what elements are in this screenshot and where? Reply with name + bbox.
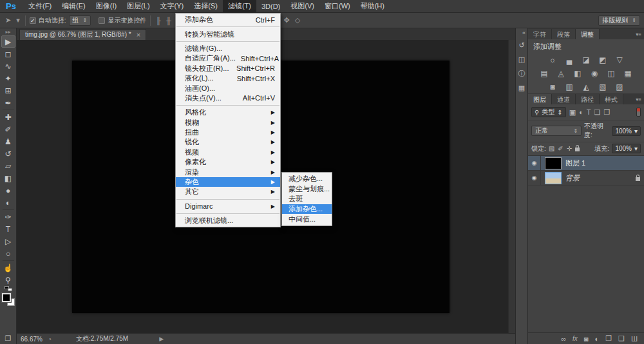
panel-menu-icon[interactable]: ▾≡	[636, 32, 644, 39]
vibrance-icon[interactable]: ▽	[614, 55, 625, 64]
3d-scale-icon[interactable]: ◇	[294, 16, 301, 24]
filter-toggle-icon[interactable]	[636, 108, 641, 117]
invert-icon[interactable]: ◙	[547, 82, 558, 91]
vertical-scrollbar[interactable]	[508, 40, 515, 333]
link-layers-icon[interactable]: ∞	[561, 335, 566, 343]
zoom-tool[interactable]: ⚲	[1, 274, 15, 286]
posterize-icon[interactable]: ▥	[564, 82, 575, 91]
layer-thumbnail[interactable]	[545, 172, 562, 184]
character-panel-icon[interactable]: ▦	[516, 82, 527, 93]
eraser-tool[interactable]: ▱	[1, 160, 15, 172]
brightness-contrast-icon[interactable]: ☼	[547, 55, 558, 64]
info-panel-icon[interactable]: ⓘ	[516, 68, 527, 79]
submenu-item-add-noise[interactable]: 添加杂色...	[282, 204, 332, 215]
default-swatches-icon[interactable]	[5, 286, 12, 291]
tab-paths[interactable]: 路径	[576, 94, 600, 104]
layer-name[interactable]: 背景	[565, 173, 580, 183]
submenu-item-median[interactable]: 中间值...	[282, 214, 332, 224]
menu-help[interactable]: 帮助(H)	[355, 0, 390, 12]
properties-panel-icon[interactable]: ◫	[516, 54, 527, 64]
history-brush-tool[interactable]: ↺	[1, 148, 15, 160]
menu-item-video[interactable]: 视频 ▶	[176, 148, 280, 157]
filter-pixel-icon[interactable]: ▣	[569, 108, 576, 117]
menu-filter[interactable]: 滤镜(T)	[223, 0, 256, 12]
type-tool[interactable]: T	[1, 223, 15, 235]
lock-position-icon[interactable]: ✛	[567, 145, 572, 152]
menu-item-sharpen[interactable]: 锐化 ▶	[176, 137, 280, 147]
menu-item-render[interactable]: 渲染 ▶	[176, 167, 280, 177]
filter-type-dropdown[interactable]: ⚲ 类型 ⇕	[531, 107, 566, 117]
filter-smart-object-icon[interactable]: ❒	[603, 108, 610, 117]
submenu-item-despeckle[interactable]: 去斑	[282, 194, 332, 204]
menu-window[interactable]: 窗口(W)	[319, 0, 355, 12]
tab-styles[interactable]: 样式	[600, 94, 623, 104]
menu-image[interactable]: 图像(I)	[91, 0, 122, 12]
visibility-eye-icon[interactable]: ◉	[528, 171, 541, 185]
document-tab[interactable]: timg.jpg @ 66.7% (图层 1, RGB/8#) * ×	[19, 29, 146, 40]
tool-preset-caret-icon[interactable]: ▾	[15, 16, 21, 24]
foreground-color-swatch[interactable]	[2, 293, 11, 302]
submenu-item-reduce-noise[interactable]: 减少杂色...	[282, 174, 332, 184]
marquee-tool[interactable]: ◻	[1, 48, 15, 60]
3d-slide-icon[interactable]: ✥	[282, 16, 290, 24]
close-icon[interactable]: ×	[137, 31, 140, 39]
menu-item-oil-paint[interactable]: 油画(O)...	[176, 83, 280, 93]
gradient-tool[interactable]: ◧	[1, 172, 15, 184]
layer-style-icon[interactable]: fx	[573, 335, 578, 342]
menu-item-adaptive-wide-angle[interactable]: 自适应广角(A)... Shift+Ctrl+A	[176, 53, 280, 63]
menu-item-filter-gallery[interactable]: 滤镜库(G)...	[176, 44, 280, 53]
black-white-icon[interactable]: ◧	[573, 68, 583, 78]
filter-adjustment-icon[interactable]: ◐	[579, 108, 583, 116]
gradient-map-icon[interactable]: ▨	[614, 82, 625, 91]
menu-select[interactable]: 选择(S)	[189, 0, 223, 12]
lock-all-icon[interactable]	[575, 148, 580, 151]
auto-select-dropdown[interactable]: 组 ⇕	[69, 15, 91, 26]
tab-adjustments[interactable]: 调整	[576, 29, 600, 39]
layer-row-background[interactable]: ◉ 背景	[528, 171, 644, 186]
tab-paragraph[interactable]: 段落	[552, 29, 576, 39]
menu-item-browse-filters-online[interactable]: 浏览联机滤镜...	[176, 216, 280, 225]
blur-tool[interactable]: ●	[1, 184, 15, 196]
menu-type[interactable]: 文字(Y)	[155, 0, 189, 12]
menu-item-distort[interactable]: 扭曲 ▶	[176, 128, 280, 137]
brush-tool[interactable]: ✐	[1, 123, 15, 135]
selective-color-icon[interactable]: ▧	[598, 82, 609, 91]
toolbar-collapse-icon[interactable]: ▸▸	[5, 30, 10, 35]
hand-tool[interactable]: ☝	[1, 262, 15, 274]
path-select-tool[interactable]: ▷	[1, 235, 15, 247]
menu-item-noise[interactable]: 杂色 ▶	[176, 177, 280, 187]
menu-item-liquify[interactable]: 液化(L)... Shift+Ctrl+X	[176, 73, 280, 83]
new-layer-icon[interactable]: ❑	[618, 334, 625, 343]
menu-3d[interactable]: 3D(D)	[256, 1, 285, 12]
filter-shape-icon[interactable]: ❏	[594, 108, 601, 117]
hue-saturation-icon[interactable]: ▤	[539, 68, 550, 78]
panel-menu-icon[interactable]: ▾≡	[636, 97, 644, 104]
color-swatches[interactable]	[2, 293, 15, 306]
filter-type-icon[interactable]: T	[587, 108, 591, 116]
shape-tool[interactable]: ○	[1, 247, 15, 260]
collapse-panels-icon[interactable]: «	[522, 30, 527, 36]
align-center-h-icon[interactable]: ╫	[165, 17, 173, 24]
layer-row-layer1[interactable]: ◉ 图层 1	[528, 156, 644, 171]
dodge-tool[interactable]: ◐	[1, 196, 15, 209]
align-left-icon[interactable]: ╟	[155, 17, 162, 24]
blend-mode-dropdown[interactable]: 正常 ⇕	[531, 126, 582, 136]
tab-channels[interactable]: 通道	[552, 94, 576, 104]
lock-transparency-icon[interactable]: ▨	[549, 145, 554, 152]
move-tool[interactable]: ▶	[1, 35, 15, 48]
crop-tool[interactable]: ⊞	[1, 84, 15, 97]
tab-character[interactable]: 字符	[528, 29, 552, 39]
move-tool-icon[interactable]: ➤	[4, 16, 12, 24]
menu-item-vanishing-point[interactable]: 消失点(V)... Alt+Ctrl+V	[176, 93, 280, 103]
submenu-item-dust-scratches[interactable]: 蒙尘与划痕...	[282, 184, 332, 195]
status-menu-arrow-icon[interactable]: ▶	[159, 336, 164, 342]
menu-item-lens-correction[interactable]: 镜头校正(R)... Shift+Ctrl+R	[176, 64, 280, 73]
screen-mode-icon[interactable]: ❐	[5, 334, 12, 343]
lock-pixels-icon[interactable]: ✐	[558, 145, 563, 152]
menu-view[interactable]: 视图(V)	[285, 0, 319, 12]
menu-item-stylize[interactable]: 风格化 ▶	[176, 108, 280, 117]
layer-thumbnail[interactable]	[545, 157, 562, 169]
menu-item-convert-smart-filters[interactable]: 转换为智能滤镜	[176, 29, 280, 39]
photo-filter-icon[interactable]: ◉	[589, 68, 600, 78]
adjustment-layer-icon[interactable]: ◐	[595, 335, 600, 343]
